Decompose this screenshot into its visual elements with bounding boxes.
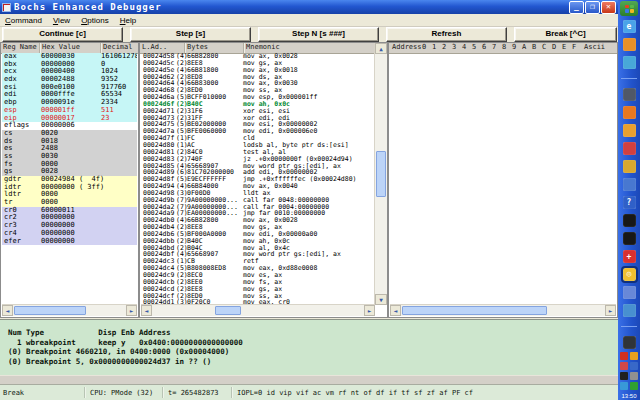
menu-item-options[interactable]: Options: [81, 16, 109, 25]
memory-col-header: 5: [469, 43, 479, 53]
windows-taskbar: e?+☺ 13:50: [618, 0, 640, 400]
status-divider: [231, 387, 232, 398]
registers-list: eax600000301610612784ebx000000000ecx0000…: [2, 53, 137, 305]
msn-icon[interactable]: [623, 38, 636, 51]
menu-item-help[interactable]: Help: [120, 16, 136, 25]
register-dec: 1610612784: [101, 53, 137, 61]
register-row[interactable]: es2488: [2, 145, 137, 153]
red-cross-icon[interactable]: +: [623, 250, 636, 263]
tray-icon-2[interactable]: [630, 352, 638, 360]
firefox-icon[interactable]: [623, 106, 636, 119]
tray-icon-8[interactable]: [630, 382, 638, 390]
tray-icon-7[interactable]: [620, 382, 628, 390]
terminal-icon[interactable]: [623, 214, 636, 227]
memory-hscrollbar[interactable]: ◄ ►: [390, 304, 616, 316]
globe-icon[interactable]: [623, 56, 636, 69]
register-row[interactable]: ss0030: [2, 153, 137, 161]
memory-col-header: 6: [479, 43, 489, 53]
restore-button[interactable]: ❐: [585, 1, 600, 14]
floppy-icon[interactable]: [623, 88, 636, 101]
breakpoint-message-line: (0) Breakpoint 4660210, in 0400:0000 (0x…: [8, 347, 618, 357]
tray-icon-6[interactable]: [630, 372, 638, 380]
register-dec: 23: [101, 115, 109, 123]
scroll-up-icon[interactable]: ▲: [375, 43, 387, 54]
tray-icon-1[interactable]: [620, 352, 628, 360]
continue-button[interactable]: Continue [c]: [2, 27, 123, 42]
memory-col-header: 8: [499, 43, 509, 53]
memory-col-header: B: [529, 43, 539, 53]
memory-col-header: E: [559, 43, 569, 53]
scroll-left-icon[interactable]: ◄: [2, 305, 13, 316]
status-tick-count: t= 265482873: [168, 389, 219, 397]
close-button[interactable]: ✕: [601, 1, 616, 14]
scroll-right-icon[interactable]: ►: [126, 305, 137, 316]
window-title: Bochs Enhanced Debugger: [14, 2, 162, 12]
printer-icon[interactable]: [623, 336, 636, 349]
mnemonic-header: Mnemonic: [244, 43, 387, 53]
app-icon: [2, 3, 11, 12]
refresh-button[interactable]: Refresh: [386, 27, 507, 42]
register-name: efer: [4, 238, 21, 246]
ie-icon[interactable]: e: [623, 20, 636, 33]
package-icon[interactable]: [623, 178, 636, 191]
status-divider: [84, 387, 85, 398]
folder-icon[interactable]: [623, 124, 636, 137]
gold-globe-icon[interactable]: [623, 160, 636, 173]
memory-col-header: C: [539, 43, 549, 53]
status-eflags: IOPL=0 id vip vif ac vm rf nt of df if t…: [237, 389, 473, 397]
register-row[interactable]: efer00000000: [2, 238, 137, 246]
memory-col-header: 7: [489, 43, 499, 53]
tray-icon-5[interactable]: [620, 372, 628, 380]
status-run-state: Break: [3, 389, 24, 397]
scrollbar-thumb[interactable]: [14, 306, 86, 315]
scrollbar-thumb[interactable]: [402, 306, 547, 315]
register-row[interactable]: idtr00000000 ( 3ff): [2, 184, 137, 192]
memory-col-header: 2: [439, 43, 449, 53]
pinwheel-icon[interactable]: [623, 142, 636, 155]
status-divider: [162, 387, 163, 398]
breakpoint-entry-line: 1 wbreakpoint keep y 0x0400:000000000000…: [8, 338, 618, 348]
link-icon[interactable]: [623, 286, 636, 299]
scrollbar-thumb[interactable]: [215, 306, 241, 315]
breakpoint-header-line: Num Type Disp Enb Address: [8, 328, 618, 338]
breakpoint-message-line: (0) Breakpoint 5, 0x0000000000024d37 in …: [8, 357, 618, 367]
share-icon[interactable]: [623, 304, 636, 317]
menu-item-command[interactable]: Command: [5, 16, 42, 25]
memory-panel: Address0123456789ABCDEFAscii ◄ ►: [388, 42, 618, 318]
register-row[interactable]: cs0020: [2, 130, 137, 138]
step-n-button[interactable]: Step N [s ###]: [258, 27, 379, 42]
step-button[interactable]: Step [s]: [130, 27, 251, 42]
scrollbar-thumb[interactable]: [376, 151, 386, 197]
tray-icon-4[interactable]: [630, 362, 638, 370]
scroll-right-icon[interactable]: ►: [605, 305, 616, 316]
register-row[interactable]: ds0018: [2, 138, 137, 146]
register-row[interactable]: fs0000: [2, 161, 137, 169]
disassembly-panel: L.Ad.. Bytes Mnemonic 00024d58(4)66B8280…: [139, 42, 388, 318]
memory-col-header: 9: [509, 43, 519, 53]
smiley-icon[interactable]: ☺: [623, 268, 636, 281]
memory-list: [390, 53, 616, 305]
memory-col-header: 4: [459, 43, 469, 53]
menu-item-view[interactable]: View: [53, 16, 70, 25]
scroll-down-icon[interactable]: ▼: [375, 294, 387, 305]
system-tray: [618, 352, 640, 390]
break-button[interactable]: Break [^C]: [514, 27, 617, 42]
terminal-icon-2[interactable]: [623, 232, 636, 245]
help-icon[interactable]: ?: [623, 196, 636, 209]
status-cpu-mode: CPU: PMode (32): [90, 389, 153, 397]
register-row[interactable]: eflags00000006: [2, 122, 137, 130]
scroll-right-icon[interactable]: ►: [364, 305, 375, 316]
memory-col-header: Ascii: [579, 43, 605, 53]
start-button[interactable]: [620, 1, 638, 16]
register-row[interactable]: ldtr0000: [2, 191, 137, 199]
minimize-button[interactable]: _: [569, 1, 584, 14]
disassembly-vscrollbar[interactable]: ▲ ▼: [374, 43, 387, 305]
tray-icon-3[interactable]: [620, 362, 628, 370]
scroll-left-icon[interactable]: ◄: [390, 305, 401, 316]
disassembly-list: 00024d58(4)66B82800mov ax, 0x002800024d5…: [141, 53, 375, 305]
disassembly-hscrollbar[interactable]: ◄ ►: [141, 304, 375, 316]
laddr-header: L.Ad..: [140, 43, 185, 53]
registers-hscrollbar[interactable]: ◄ ►: [2, 304, 137, 316]
memory-col-header: 0: [419, 43, 429, 53]
scroll-left-icon[interactable]: ◄: [141, 305, 152, 316]
